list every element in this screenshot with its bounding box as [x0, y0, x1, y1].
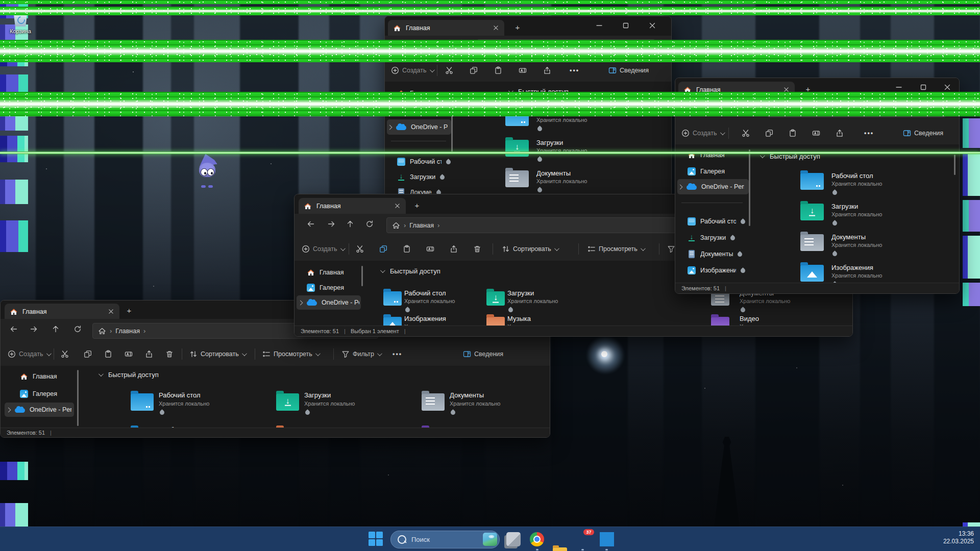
file-item[interactable]: Загрузки Хранится локально	[800, 201, 959, 232]
cut-button[interactable]	[61, 350, 69, 358]
chevron-right-icon[interactable]	[298, 300, 303, 305]
new-button[interactable]: Создать	[391, 66, 433, 74]
chrome-icon[interactable]	[530, 532, 544, 546]
tab-close-icon[interactable]	[493, 24, 499, 31]
copy-button[interactable]	[470, 66, 478, 74]
weather-widget-icon[interactable]	[483, 533, 497, 546]
paste-button[interactable]	[789, 129, 797, 137]
paste-button[interactable]	[104, 350, 112, 358]
vscode-icon[interactable]	[600, 532, 614, 546]
delete-button[interactable]	[165, 350, 174, 358]
sidebar-scrollbar[interactable]	[361, 266, 363, 286]
file-item[interactable]: Рабочий стол Хранится локально	[800, 170, 959, 201]
chevron-right-icon[interactable]	[678, 184, 683, 189]
sidebar-scrollbar[interactable]	[77, 370, 79, 426]
forward-button[interactable]	[30, 325, 41, 336]
refresh-button[interactable]	[365, 220, 377, 231]
sidebar-scrollbar[interactable]	[749, 149, 750, 226]
sidebar-item-home[interactable]: Главная	[307, 266, 344, 279]
task-view-icon[interactable]	[506, 532, 521, 546]
sidebar-pinned-item[interactable]: Документы	[688, 247, 742, 261]
cut-button[interactable]	[445, 66, 453, 74]
sidebar-item-gallery[interactable]: Галерея	[307, 281, 344, 294]
filter-button[interactable]: Фильтр	[341, 350, 381, 358]
quick-access-header[interactable]: Быстрый доступ	[380, 267, 440, 275]
details-pane-button[interactable]: Сведения	[463, 350, 503, 358]
sort-button[interactable]: Сортировать	[502, 245, 558, 253]
breadcrumb[interactable]: ›Главная›	[386, 217, 713, 233]
share-button[interactable]	[836, 129, 844, 137]
details-pane-button[interactable]: Сведения	[903, 129, 943, 137]
up-button[interactable]	[346, 220, 357, 231]
sidebar-item-onedrive[interactable]: OneDrive - Pers	[678, 180, 744, 193]
search-input[interactable]	[410, 535, 469, 544]
details-pane-button[interactable]: Сведения	[608, 66, 649, 74]
minimize-button[interactable]	[589, 19, 609, 32]
sidebar-pinned-item[interactable]: Изображени	[688, 264, 745, 277]
sidebar-pinned-item[interactable]: Рабочий сто	[397, 155, 451, 168]
sidebar-item-onedrive[interactable]: OneDrive - Pers	[7, 403, 71, 416]
more-options-button[interactable]: •••	[570, 67, 579, 74]
file-item[interactable]: Документы Хранится локально	[800, 232, 959, 262]
cut-button[interactable]	[742, 129, 750, 137]
breadcrumb-root[interactable]: Главная	[409, 222, 434, 229]
quick-access-header[interactable]: Быстрый доступ	[99, 371, 159, 379]
share-button[interactable]	[145, 350, 153, 358]
rename-button[interactable]	[812, 129, 820, 137]
sidebar-item-home[interactable]: Главная	[20, 370, 57, 383]
sidebar-item-home[interactable]: Главная	[688, 148, 725, 162]
tab-close-icon[interactable]	[108, 308, 114, 315]
breadcrumb-root[interactable]: Главная	[115, 328, 140, 335]
close-button[interactable]	[642, 19, 663, 32]
more-options-button[interactable]: •••	[393, 350, 402, 358]
tab-home[interactable]: Главная	[5, 304, 119, 319]
file-item[interactable]: Загрузки Хранится локально	[271, 390, 416, 423]
chevron-right-icon[interactable]	[6, 407, 11, 412]
rename-button[interactable]	[125, 350, 133, 358]
up-button[interactable]	[52, 325, 63, 336]
new-tab-button[interactable]: +	[412, 201, 422, 211]
new-tab-button[interactable]: +	[124, 306, 134, 316]
paste-button[interactable]	[494, 66, 502, 74]
delete-button[interactable]	[473, 245, 481, 253]
paste-button[interactable]	[403, 245, 411, 253]
new-button[interactable]: Создать	[302, 245, 344, 253]
sidebar-item-gallery[interactable]: Галерея	[688, 165, 725, 178]
tab-home[interactable]: Главная	[299, 198, 406, 214]
file-item[interactable]: Рабочий стол Хранится локально	[126, 390, 271, 423]
copy-button[interactable]	[765, 129, 773, 137]
forward-button[interactable]	[327, 220, 338, 231]
copy-button[interactable]	[379, 245, 387, 253]
tab-close-icon[interactable]	[394, 203, 401, 209]
sidebar-item-gallery[interactable]: Галерея	[20, 387, 57, 400]
taskbar-clock[interactable]: 13:36 22.03.2025	[943, 530, 974, 545]
start-button[interactable]	[369, 532, 384, 547]
new-button[interactable]: Создать	[8, 350, 50, 358]
cut-button[interactable]	[356, 245, 364, 253]
refresh-button[interactable]	[74, 325, 85, 336]
copy-button[interactable]	[84, 350, 92, 358]
content-scrollbar[interactable]	[954, 155, 955, 175]
back-button[interactable]	[307, 220, 318, 231]
file-item[interactable]: Документы Хранится локально	[505, 168, 664, 197]
sidebar-pinned-item[interactable]: Рабочий сто	[688, 215, 745, 228]
sidebar-pinned-item[interactable]: Загрузки	[688, 231, 735, 244]
new-button[interactable]: Создать	[681, 129, 724, 137]
sidebar-item-onedrive[interactable]: OneDrive - Pers	[299, 296, 359, 309]
tab-home[interactable]: Главная	[388, 20, 504, 36]
sidebar-item-onedrive[interactable]: OneDrive - Pers	[388, 120, 448, 134]
view-button[interactable]: Просмотреть	[262, 350, 319, 358]
sidebar-pinned-item[interactable]: Загрузки	[397, 170, 445, 184]
rename-button[interactable]	[426, 245, 434, 253]
maximize-button[interactable]	[616, 19, 636, 32]
rename-button[interactable]	[519, 66, 527, 74]
new-tab-button[interactable]: +	[512, 22, 523, 33]
back-button[interactable]	[10, 325, 21, 336]
file-item[interactable]: Документы Хранится локально	[416, 390, 550, 423]
chevron-right-icon[interactable]	[387, 124, 393, 130]
view-button[interactable]: Просмотреть	[587, 245, 644, 253]
more-options-button[interactable]: •••	[864, 130, 874, 137]
share-button[interactable]	[450, 245, 458, 253]
sort-button[interactable]: Сортировать	[189, 350, 246, 358]
file-explorer-icon[interactable]	[553, 547, 567, 551]
